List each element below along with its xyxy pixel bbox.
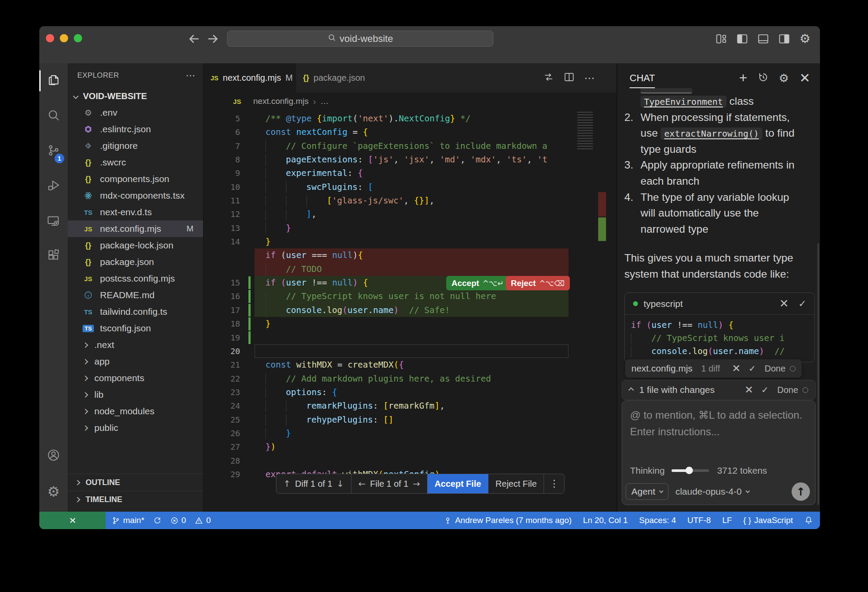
blame-item[interactable]: Andrew Pareles (7 months ago) xyxy=(444,516,572,525)
file-item[interactable]: {}package.json xyxy=(68,254,203,270)
file-item[interactable]: TStailwind.config.ts xyxy=(68,303,203,320)
chat-settings-icon[interactable]: ⚙ xyxy=(779,72,789,84)
code-line[interactable]: 28 xyxy=(203,454,617,468)
diffbar-more-icon[interactable]: ⋮ xyxy=(544,474,564,493)
forward-icon[interactable] xyxy=(205,31,220,46)
activity-item-extensions[interactable] xyxy=(39,239,68,275)
code-line[interactable]: 18} xyxy=(203,317,617,330)
file-item[interactable]: JSnext.config.mjsM xyxy=(68,220,203,237)
cursor-position[interactable]: Ln 20, Col 1 xyxy=(583,516,627,525)
explorer-actions-icon[interactable]: ⋯ xyxy=(186,70,196,81)
eol[interactable]: LF xyxy=(722,516,732,525)
code-line[interactable]: if (user === null){ xyxy=(203,248,617,262)
reject-file-icon[interactable]: ✕ xyxy=(732,362,741,375)
open-changes-icon[interactable] xyxy=(543,72,554,84)
activity-item-files[interactable] xyxy=(39,63,68,99)
file-item[interactable]: README.md xyxy=(68,287,203,303)
indentation[interactable]: Spaces: 4 xyxy=(639,516,676,525)
activity-item-search[interactable] xyxy=(39,99,68,134)
tab-next-config[interactable]: JS next.config.mjs M ✕ xyxy=(203,63,296,93)
file-item[interactable]: TSnext-env.d.ts xyxy=(68,204,203,220)
code-line[interactable]: 24remarkPlugins: [remarkGfm], xyxy=(203,399,617,413)
timeline-section[interactable]: TIMELINE xyxy=(68,491,203,508)
activity-item-source-control[interactable]: 1 xyxy=(39,134,68,169)
files-with-changes-bar[interactable]: 1 file with changes ✕ ✓ Done xyxy=(622,380,816,400)
file-item[interactable]: lib xyxy=(68,386,203,403)
accept-file-icon[interactable]: ✓ xyxy=(748,363,756,374)
code-line[interactable]: 7// Configure `pageExtensions` to includ… xyxy=(203,139,617,153)
code-line[interactable]: 27}) xyxy=(203,440,617,454)
new-chat-icon[interactable]: + xyxy=(739,70,747,86)
language-mode[interactable]: { }JavaScript xyxy=(743,516,793,525)
code-line[interactable]: 6const nextConfig = { xyxy=(203,125,617,139)
sync-button[interactable] xyxy=(153,516,162,525)
code-line[interactable]: 26} xyxy=(203,427,617,440)
file-item[interactable]: TStsconfig.json xyxy=(68,320,203,337)
command-center-search[interactable]: void-website xyxy=(227,31,493,47)
minimize-window-button[interactable] xyxy=(60,34,68,42)
activity-item-remote[interactable] xyxy=(39,204,68,239)
close-chat-icon[interactable]: ✕ xyxy=(799,70,810,86)
editor-more-actions-icon[interactable]: ⋯ xyxy=(584,72,595,84)
code-line[interactable]: 8pageExtensions: ['js', 'jsx', 'md', 'md… xyxy=(203,153,617,166)
activity-item-debug[interactable] xyxy=(39,169,68,204)
remote-indicator[interactable] xyxy=(39,512,106,529)
send-button[interactable]: ↑ xyxy=(792,482,810,501)
done-radio-icon[interactable] xyxy=(803,387,808,393)
file-item[interactable]: JSpostcss.config.mjs xyxy=(68,270,203,287)
workspace-root-folder[interactable]: VOID-WEBSITE xyxy=(68,88,203,104)
code-line[interactable]: 11['glass-js/swc', {}], xyxy=(203,194,617,207)
toggle-sidebar-right-icon[interactable] xyxy=(777,31,791,46)
file-item[interactable]: mdx-components.tsx xyxy=(68,187,203,204)
toggle-sidebar-left-icon[interactable] xyxy=(735,31,749,46)
encoding[interactable]: UTF-8 xyxy=(687,516,711,525)
errors-item[interactable]: 0 xyxy=(170,516,186,525)
accept-all-icon[interactable]: ✓ xyxy=(761,385,768,395)
code-line[interactable]: 23options: { xyxy=(203,385,617,399)
file-item[interactable]: public xyxy=(68,420,203,436)
code-line[interactable]: 25rehypePlugins: [] xyxy=(203,413,617,427)
code-line[interactable]: 17console.log(user.name) // Safe! xyxy=(203,303,617,317)
code-line[interactable]: 12], xyxy=(203,207,617,221)
history-icon[interactable] xyxy=(758,72,768,84)
code-line[interactable]: 21const withMDX = createMDX({ xyxy=(203,358,617,372)
layout-customize-icon[interactable] xyxy=(714,31,728,46)
split-editor-icon[interactable] xyxy=(564,72,575,84)
close-window-button[interactable] xyxy=(46,34,54,42)
code-editor[interactable]: 5/** @type {import('next').NextConfig} *… xyxy=(203,110,617,512)
reject-file-button[interactable]: Reject File xyxy=(489,474,544,493)
code-line[interactable]: 9experimental: { xyxy=(203,166,617,180)
file-item[interactable]: node_modules xyxy=(68,403,203,420)
code-line[interactable]: // TODO xyxy=(203,262,617,276)
code-line[interactable]: 19 xyxy=(203,331,617,344)
code-line[interactable]: 13} xyxy=(203,221,617,235)
warnings-item[interactable]: 0 xyxy=(195,516,211,525)
code-line[interactable]: 5/** @type {import('next').NextConfig} *… xyxy=(203,112,617,125)
activity-item-account[interactable] xyxy=(39,438,68,474)
reject-diff-button[interactable]: Reject^⌥⌫ xyxy=(506,276,570,290)
changed-file-row[interactable]: next.config.mjs 1 diff ✕ ✓ Done xyxy=(625,359,802,378)
slider-knob[interactable] xyxy=(685,467,693,474)
model-select[interactable]: claude-opus-4-0 xyxy=(675,486,792,497)
minimap[interactable] xyxy=(577,112,593,150)
back-icon[interactable] xyxy=(187,31,202,46)
file-item[interactable]: .next xyxy=(68,337,203,353)
code-line[interactable]: 22// Add markdown plugins here, as desir… xyxy=(203,372,617,385)
accept-diff-button[interactable]: Accept^⌥↵ xyxy=(446,276,509,290)
accept-block-icon[interactable]: ✓ xyxy=(799,298,806,310)
file-item[interactable]: .gitignore xyxy=(68,138,203,154)
chat-tab[interactable]: CHAT xyxy=(630,72,655,84)
outline-section[interactable]: OUTLINE xyxy=(68,474,203,491)
inline-code-chip[interactable]: TypeEnvironment xyxy=(641,96,727,108)
file-item[interactable]: components xyxy=(68,370,203,386)
breadcrumb[interactable]: JS next.config.mjs › … xyxy=(203,93,617,110)
code-line[interactable]: 20 xyxy=(203,344,617,358)
file-item[interactable]: {}package-lock.json xyxy=(68,237,203,254)
file-item[interactable]: ⚙.env xyxy=(68,104,203,121)
maximize-window-button[interactable] xyxy=(74,34,82,42)
thinking-slider[interactable] xyxy=(672,469,709,472)
diff-counter[interactable]: ↑ Diff 1 of 1 ↓ xyxy=(276,474,351,493)
inline-code-chip[interactable]: extractNarrowing() xyxy=(661,127,762,140)
done-radio-icon[interactable] xyxy=(790,366,796,372)
tab-package-json[interactable]: {} package.json xyxy=(296,63,378,93)
